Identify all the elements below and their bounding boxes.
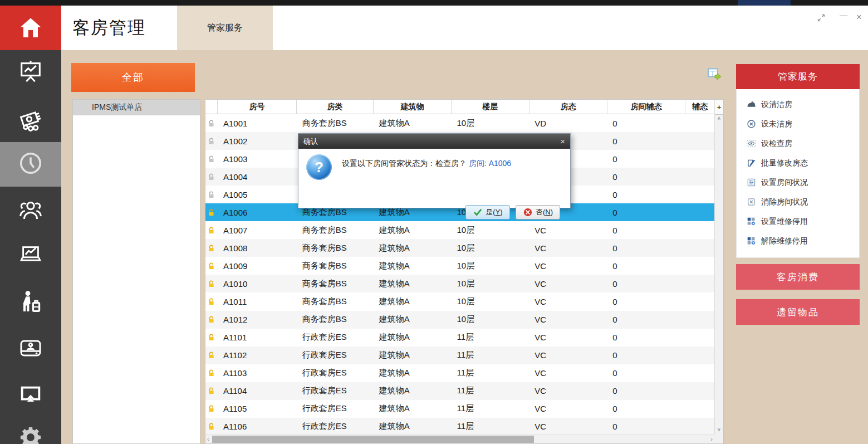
gold-lock-icon — [205, 226, 218, 235]
sidebar-item-home[interactable] — [0, 6, 61, 50]
table-row-A1012[interactable]: A1012商务套房BS建筑物A10层VC0 — [205, 311, 714, 329]
cell: A1005 — [218, 190, 297, 199]
sidebar-item-data[interactable] — [0, 327, 61, 372]
table-row-A1104[interactable]: A1104行政套房ES建筑物A11层VC0 — [205, 382, 714, 400]
cell: 商务套房BS — [297, 207, 374, 218]
dialog-body: ? 设置以下房间管家状态为：检查房？ 房间: A1006 是(Y) 否(N) — [298, 149, 570, 207]
cell: 0 — [607, 368, 685, 378]
gold-lock-icon — [205, 208, 218, 217]
gold-lock-icon — [205, 351, 218, 359]
butler-action-set-inspect-room[interactable]: 设检查房 — [737, 134, 859, 153]
table-row-A1009[interactable]: A1009商务套房BS建筑物A10层VC0 — [205, 257, 714, 275]
sidebar-item-screen[interactable] — [0, 373, 61, 418]
sidebar-item-reports[interactable] — [0, 234, 61, 279]
column-header-4[interactable]: 楼层 — [452, 100, 529, 114]
butler-panel-header: 管家服务 — [736, 64, 860, 89]
cell: 10层 — [452, 261, 529, 271]
sidebar-item-dashboard[interactable] — [0, 50, 61, 95]
column-header-1[interactable]: 房号 — [218, 100, 297, 114]
scroll-left-icon[interactable]: ‹ — [207, 435, 209, 443]
more-columns-button[interactable]: + — [715, 100, 723, 115]
butler-action-clear-room-condition[interactable]: 消除房间状况 — [737, 192, 859, 212]
cell: 建筑物A — [374, 243, 452, 253]
gold-lock-icon — [205, 262, 218, 270]
cell: 建筑物A — [374, 207, 452, 218]
table-row-A1105[interactable]: A1105行政套房ES建筑物A11层VC0 — [205, 400, 714, 418]
add-grid-icon[interactable] — [707, 67, 720, 80]
cell: VC — [529, 350, 607, 360]
gold-lock-icon — [205, 333, 218, 341]
table-row-A1011[interactable]: A1011商务套房BS建筑物A10层VC0 — [205, 292, 714, 310]
scroll-up-icon[interactable]: ∧ — [715, 115, 723, 121]
gray-lock-icon — [205, 137, 218, 145]
cell: 0 — [607, 261, 685, 271]
cell: 10层 — [452, 225, 529, 236]
all-filter-button[interactable]: 全部 — [71, 63, 195, 92]
column-header-6[interactable]: 房间辅态 — [607, 100, 685, 114]
scroll-right-icon[interactable]: › — [710, 435, 713, 443]
column-header-3[interactable]: 建筑物 — [374, 100, 452, 114]
dialog-close-icon[interactable]: × — [560, 136, 565, 146]
left-items-button[interactable]: 遗留物品 — [736, 299, 860, 325]
sidebar-item-settings[interactable] — [0, 416, 61, 444]
table-row-A1102[interactable]: A1102行政套房ES建筑物A11层VC0 — [205, 347, 714, 364]
gold-lock-icon — [205, 369, 218, 377]
cell: 11层 — [452, 350, 529, 360]
cell: VC — [529, 368, 607, 378]
sidebar-item-cashier[interactable] — [0, 99, 61, 144]
cell: VC — [529, 315, 607, 324]
gold-lock-icon — [205, 315, 218, 324]
column-header-2[interactable]: 房类 — [297, 100, 374, 114]
sidebar-item-guests[interactable] — [0, 281, 61, 326]
store-tree-item[interactable]: IPMS测试单店 — [73, 100, 200, 115]
butler-action-batch-modify-status[interactable]: 批量修改房态 — [737, 153, 859, 173]
column-header-7[interactable]: 辅态 — [685, 100, 715, 114]
yes-button[interactable]: 是(Y) — [465, 205, 510, 219]
horizontal-scrollbar[interactable]: ‹ › — [205, 435, 714, 443]
table-row-A1008[interactable]: A1008商务套房BS建筑物A10层VC0 — [205, 239, 714, 257]
board-chart-icon — [18, 58, 43, 86]
cell: VC — [529, 404, 607, 413]
cell: 建筑物A — [374, 421, 452, 432]
cell: A1003 — [218, 154, 297, 164]
table-row-A1007[interactable]: A1007商务套房BS建筑物A10层VC0 — [205, 221, 714, 239]
dialog-room-label: 房间: A1006 — [469, 159, 511, 168]
room-consumption-button[interactable]: 客房消费 — [736, 264, 860, 290]
table-row-A1106[interactable]: A1106行政套房ES建筑物A11层VC0 — [205, 418, 714, 435]
cell: A1009 — [218, 261, 297, 271]
traveler-icon — [17, 289, 44, 318]
background-window-strip — [0, 0, 868, 6]
butler-action-set-maintenance-oo[interactable]: 设置维修停用 — [737, 212, 859, 231]
vertical-scrollbar[interactable]: + ∧ ∨ — [714, 100, 723, 435]
close-window-icon[interactable]: × — [856, 13, 862, 22]
scroll-down-icon[interactable]: ∨ — [715, 427, 723, 432]
sidebar-item-shift[interactable] — [0, 142, 61, 187]
tab-butler-service[interactable]: 管家服务 — [177, 6, 273, 50]
cell: 0 — [607, 226, 685, 235]
minimize-window-icon[interactable]: — — [840, 11, 847, 19]
restore-window-icon[interactable] — [817, 14, 825, 23]
topbar: 客房管理 管家服务 — × — [61, 6, 868, 50]
screen-share-icon — [18, 382, 43, 409]
gold-lock-icon — [205, 297, 218, 306]
table-row-A1001[interactable]: A1001商务套房BS建筑物A10层VD0 — [205, 114, 714, 132]
confirm-dialog: 确认 × ? 设置以下房间管家状态为：检查房？ 房间: A1006 是(Y) 否… — [298, 133, 571, 208]
table-row-A1103[interactable]: A1103行政套房ES建筑物A11层VC0 — [205, 364, 714, 382]
butler-action-set-clean-room[interactable]: 设清洁房 — [737, 95, 859, 114]
horizontal-scroll-thumb[interactable] — [212, 436, 534, 443]
column-header-5[interactable]: 房态 — [529, 100, 607, 114]
column-header-lock[interactable] — [205, 100, 218, 114]
cell: 建筑物A — [374, 350, 452, 360]
dialog-titlebar[interactable]: 确认 × — [298, 134, 570, 149]
iron-icon — [746, 100, 756, 110]
cell: 商务套房BS — [297, 118, 374, 129]
butler-action-set-dirty-room[interactable]: 设未洁房 — [737, 114, 859, 134]
table-row-A1101[interactable]: A1101行政套房ES建筑物A11层VC0 — [205, 329, 714, 347]
butler-action-remove-maintenance-oo[interactable]: 解除维修停用 — [737, 231, 859, 251]
table-row-A1010[interactable]: A1010商务套房BS建筑物A10层VC0 — [205, 275, 714, 292]
sidebar-item-customers[interactable] — [0, 189, 61, 234]
butler-action-set-room-condition[interactable]: 设置房间状况 — [737, 173, 859, 192]
cell: 11层 — [452, 368, 529, 378]
no-button[interactable]: 否(N) — [516, 205, 560, 219]
cell: 行政套房ES — [297, 386, 374, 396]
